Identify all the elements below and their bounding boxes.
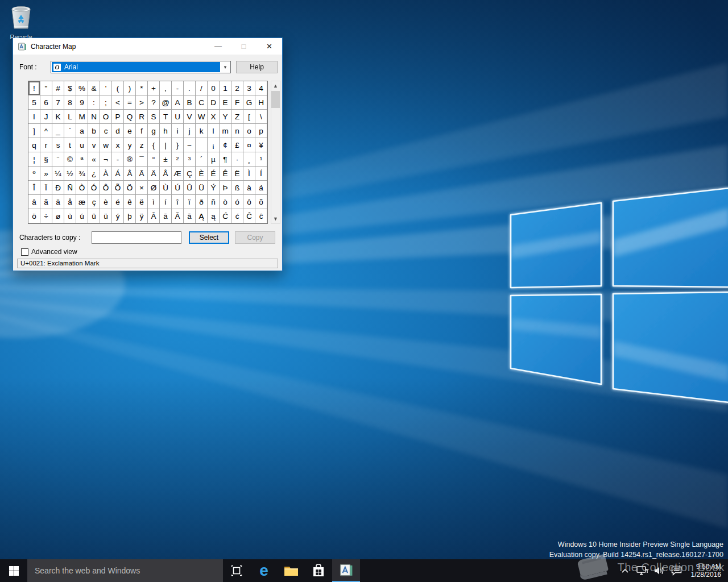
start-button[interactable] xyxy=(0,559,27,582)
char-cell[interactable]: Ô xyxy=(100,181,112,195)
char-cell[interactable]: È xyxy=(196,167,208,181)
file-explorer-button[interactable] xyxy=(278,559,305,582)
char-cell[interactable]: < xyxy=(112,95,124,110)
char-cell[interactable]: # xyxy=(52,81,64,95)
char-cell[interactable]: j xyxy=(184,124,196,138)
advanced-view-checkbox[interactable] xyxy=(21,248,28,256)
char-cell[interactable]: é xyxy=(112,195,124,209)
char-cell[interactable]: Ă xyxy=(172,209,184,223)
char-cell[interactable]: ć xyxy=(231,209,243,223)
char-cell[interactable]: P xyxy=(112,110,124,124)
char-cell[interactable]: É xyxy=(208,167,220,181)
char-cell[interactable]: ø xyxy=(52,209,64,223)
char-cell[interactable]: Ý xyxy=(208,181,220,195)
char-cell[interactable]: Þ xyxy=(220,181,231,195)
char-cell[interactable]: ¼ xyxy=(52,167,64,181)
char-cell[interactable]: ` xyxy=(64,124,76,138)
search-input[interactable]: Search the web and Windows xyxy=(27,559,223,582)
char-cell[interactable]: ð xyxy=(196,195,208,209)
char-cell[interactable]: Á xyxy=(112,167,124,181)
char-cell[interactable]: M xyxy=(76,110,88,124)
char-cell[interactable]: I xyxy=(28,110,40,124)
hidden-icons-button[interactable] xyxy=(617,559,634,582)
char-cell[interactable]: Ì xyxy=(243,167,255,181)
char-cell[interactable]: ¥ xyxy=(255,138,267,152)
char-cell[interactable]: c xyxy=(100,124,112,138)
char-cell[interactable]: b xyxy=(88,124,100,138)
char-cell[interactable]: ± xyxy=(160,152,172,167)
char-cell[interactable]: ä xyxy=(52,195,64,209)
char-cell[interactable]: { xyxy=(148,138,160,152)
char-cell[interactable]: l xyxy=(208,124,220,138)
char-cell[interactable]: Ā xyxy=(148,209,160,223)
char-cell[interactable]: ā xyxy=(160,209,172,223)
char-cell[interactable]: Ã xyxy=(136,167,148,181)
char-cell[interactable]: d xyxy=(112,124,124,138)
char-cell[interactable]: á xyxy=(255,181,267,195)
char-cell[interactable]: 2 xyxy=(231,81,243,95)
char-cell[interactable]: Ë xyxy=(231,167,243,181)
char-cell[interactable]: ¸ xyxy=(243,152,255,167)
char-cell[interactable]: z xyxy=(136,138,148,152)
char-cell[interactable]: - xyxy=(172,81,184,95)
char-cell[interactable]: ß xyxy=(231,181,243,195)
char-cell[interactable]: Ą xyxy=(196,209,208,223)
char-cell[interactable]: + xyxy=(148,81,160,95)
char-cell[interactable]: Ù xyxy=(160,181,172,195)
char-cell[interactable]: ì xyxy=(148,195,160,209)
char-cell[interactable]: å xyxy=(64,195,76,209)
char-cell[interactable]: H xyxy=(255,95,267,110)
char-cell[interactable]: ; xyxy=(100,95,112,110)
char-cell[interactable]: ù xyxy=(64,209,76,223)
char-cell[interactable]: ] xyxy=(28,124,40,138)
char-cell[interactable]: Û xyxy=(184,181,196,195)
char-cell[interactable]: ¤ xyxy=(243,138,255,152)
char-cell[interactable]: \ xyxy=(255,110,267,124)
char-cell[interactable]: 8 xyxy=(64,95,76,110)
char-cell[interactable]: Â xyxy=(124,167,136,181)
char-cell[interactable]: Ï xyxy=(40,181,52,195)
char-cell[interactable]: 6 xyxy=(40,95,52,110)
char-cell[interactable]: n xyxy=(231,124,243,138)
font-dropdown[interactable]: O Arial ▾ xyxy=(51,61,231,73)
char-cell[interactable]: · xyxy=(231,152,243,167)
char-cell[interactable]: Y xyxy=(220,110,231,124)
action-center-button[interactable] xyxy=(668,559,685,582)
char-cell[interactable]: h xyxy=(160,124,172,138)
char-cell[interactable]: ° xyxy=(148,152,160,167)
char-cell[interactable]: f xyxy=(136,124,148,138)
char-cell[interactable]: í xyxy=(160,195,172,209)
char-cell[interactable]: ò xyxy=(220,195,231,209)
char-cell[interactable]: ´ xyxy=(196,152,208,167)
char-cell[interactable]: Å xyxy=(160,167,172,181)
char-cell[interactable]: à xyxy=(243,181,255,195)
char-cell[interactable]: O xyxy=(100,110,112,124)
char-cell[interactable]: ã xyxy=(40,195,52,209)
char-cell[interactable]: _ xyxy=(52,124,64,138)
char-cell[interactable]: s xyxy=(52,138,64,152)
char-cell[interactable]: Ä xyxy=(148,167,160,181)
scroll-up-icon[interactable]: ▲ xyxy=(271,81,280,90)
char-cell[interactable]: ¿ xyxy=(88,167,100,181)
char-cell[interactable]: Ó xyxy=(88,181,100,195)
char-cell[interactable]: T xyxy=(160,110,172,124)
char-cell[interactable]: ^ xyxy=(40,124,52,138)
network-tray-button[interactable] xyxy=(634,559,651,582)
char-cell[interactable]: $ xyxy=(64,81,76,95)
char-cell[interactable]: ½ xyxy=(64,167,76,181)
char-cell[interactable]: W xyxy=(196,110,208,124)
char-cell[interactable]: m xyxy=(220,124,231,138)
char-cell[interactable]: ¬ xyxy=(100,152,112,167)
char-cell[interactable]: p xyxy=(255,124,267,138)
char-cell[interactable]: ó xyxy=(231,195,243,209)
char-cell[interactable]: J xyxy=(40,110,52,124)
help-button[interactable]: Help xyxy=(236,61,278,73)
char-cell[interactable]: 9 xyxy=(76,95,88,110)
char-cell[interactable]: º xyxy=(28,167,40,181)
char-cell[interactable]: Ĉ xyxy=(243,209,255,223)
char-cell[interactable]: Í xyxy=(255,167,267,181)
char-cell[interactable]: ¨ xyxy=(52,152,64,167)
char-cell[interactable]: ¢ xyxy=(220,138,231,152)
char-cell[interactable]: î xyxy=(172,195,184,209)
char-cell[interactable]: û xyxy=(88,209,100,223)
